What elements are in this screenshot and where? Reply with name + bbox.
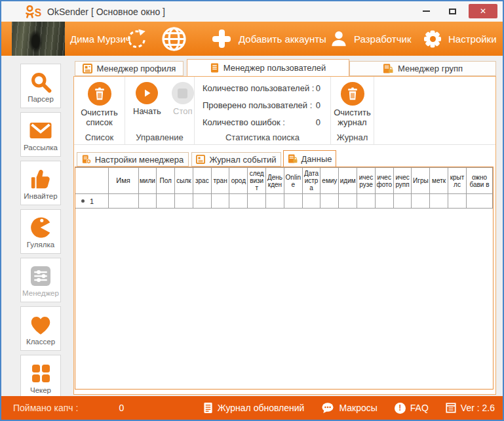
- column-header[interactable]: Игры: [412, 168, 430, 194]
- grid-cell[interactable]: [339, 194, 357, 209]
- grid-cell[interactable]: [211, 194, 229, 209]
- maximize-button[interactable]: [442, 4, 462, 18]
- captcha-count-value: 0: [119, 403, 124, 413]
- sidebar-item-walker[interactable]: Гулялка: [20, 209, 61, 254]
- column-header[interactable]: метк: [430, 168, 448, 194]
- column-header[interactable]: идим: [339, 168, 357, 194]
- close-button[interactable]: ✕: [469, 4, 497, 18]
- grid-cell[interactable]: [412, 194, 430, 209]
- column-header[interactable]: тран: [211, 168, 229, 194]
- updates-journal-link[interactable]: Журнал обновлений: [203, 402, 305, 414]
- grid-cell[interactable]: [193, 194, 211, 209]
- clear-journal-label: Очистить журнал: [331, 108, 374, 127]
- app-window: S OkSender [ Основное окно ] ✕ Дима Мурз…: [0, 0, 504, 421]
- row-number: 1: [90, 197, 94, 205]
- subtab-manager-settings[interactable]: Настройки менеджера: [77, 152, 189, 167]
- sidebar-item-inviter[interactable]: Инвайтер: [20, 161, 61, 205]
- column-header[interactable]: ичес фото: [375, 168, 393, 194]
- row-header[interactable]: 1: [75, 194, 108, 209]
- column-header[interactable]: ород: [229, 168, 248, 194]
- grid-cell[interactable]: [357, 194, 376, 209]
- sidebar-item-mailer[interactable]: Рассылка: [20, 112, 61, 157]
- column-header[interactable]: Online: [284, 168, 302, 194]
- column-header[interactable]: емиу: [320, 168, 339, 194]
- refresh-button[interactable]: [125, 22, 149, 56]
- gear-icon: [422, 28, 443, 49]
- column-header[interactable]: ичес рузе: [357, 168, 376, 194]
- grid-corner: [75, 168, 108, 194]
- stat-value: 0: [316, 83, 320, 93]
- tab-users-manager[interactable]: Менеджер пользователей: [187, 59, 349, 76]
- column-header[interactable]: ичес рупп: [393, 168, 412, 194]
- svg-text:S: S: [35, 7, 42, 18]
- grid-cell[interactable]: [175, 194, 193, 209]
- tab-profile-manager[interactable]: Менеджер профиля: [75, 61, 184, 76]
- grid-cell[interactable]: [138, 194, 157, 209]
- subtab-data[interactable]: Данные: [283, 150, 336, 167]
- tab-groups-manager[interactable]: Менеджер групп: [349, 61, 496, 76]
- grid-cell[interactable]: [229, 194, 248, 209]
- column-header[interactable]: сылк: [175, 168, 193, 194]
- start-button[interactable]: Начать: [133, 82, 161, 116]
- heart-icon: [29, 311, 52, 338]
- grid-cell[interactable]: [320, 194, 339, 209]
- sidebar-item-parser[interactable]: Парсер: [20, 64, 61, 108]
- sidebar-item-klasser[interactable]: Классер: [20, 306, 61, 351]
- column-header[interactable]: День кден: [266, 168, 284, 194]
- add-accounts-button[interactable]: Добавить аккаунты: [210, 22, 326, 56]
- row-marker-icon: [81, 199, 85, 203]
- sidebar-item-checker[interactable]: Чекер: [20, 355, 61, 397]
- avatar[interactable]: [12, 22, 65, 56]
- column-header[interactable]: мили: [138, 168, 157, 194]
- sidebar-item-manager[interactable]: Менеджер: [20, 258, 61, 302]
- column-header[interactable]: след визит: [248, 168, 266, 194]
- checker-dots-icon: [32, 360, 50, 386]
- stat-row: Проверено пользователей : 0: [203, 100, 320, 110]
- refresh-icon: [125, 27, 149, 51]
- subtab-event-journal[interactable]: Журнал событий: [191, 152, 281, 167]
- faq-link[interactable]: ! FAQ: [395, 403, 429, 414]
- grid-cell[interactable]: [157, 194, 175, 209]
- clear-list-button[interactable]: Очистить список: [74, 82, 125, 127]
- grid-cell[interactable]: [393, 194, 412, 209]
- stat-value: 0: [316, 117, 320, 127]
- grid-cell[interactable]: [284, 194, 302, 209]
- users-data-grid: ИмямилиПолсылкзрастранородслед визитДень…: [75, 167, 494, 390]
- grid-cell[interactable]: [302, 194, 320, 209]
- title-bar[interactable]: S OkSender [ Основное окно ] ✕: [1, 1, 503, 22]
- main-content: Менеджер профиля Менеджер пользователей: [72, 59, 497, 397]
- grid-cell[interactable]: [248, 194, 266, 209]
- oksender-logo-icon: S: [25, 4, 42, 20]
- group-label-journal: Журнал: [331, 132, 374, 142]
- version-window-icon: [446, 403, 456, 413]
- column-header[interactable]: Пол: [157, 168, 175, 194]
- grid-cell[interactable]: [375, 194, 393, 209]
- grid-cell[interactable]: [448, 194, 467, 209]
- person-icon: [329, 29, 349, 49]
- start-label: Начать: [133, 106, 161, 116]
- grid-cell[interactable]: [430, 194, 448, 209]
- stat-label: Количество пользователей :: [203, 83, 314, 93]
- clear-journal-button[interactable]: Очистить журнал: [331, 82, 374, 127]
- globe-icon: [161, 26, 187, 52]
- settings-button[interactable]: Настройки: [422, 22, 497, 56]
- column-header[interactable]: ожно бави в: [467, 168, 493, 194]
- version-info[interactable]: Ver : 2.6: [446, 403, 495, 413]
- macros-link[interactable]: Макросы: [321, 402, 377, 414]
- column-header[interactable]: крыт лс: [448, 168, 467, 194]
- captcha-count-label: Поймано капч :: [13, 403, 78, 413]
- proxy-button[interactable]: [161, 22, 187, 56]
- trash-icon: [341, 82, 364, 106]
- account-name: Дима Мурзич: [70, 22, 131, 56]
- grid-cell[interactable]: [467, 194, 493, 209]
- developer-button[interactable]: Разработчик: [329, 22, 411, 56]
- grid-cell[interactable]: [266, 194, 284, 209]
- account-toolbar: Дима Мурзич Добавить аккаунты: [1, 22, 503, 56]
- column-header[interactable]: Дата истра: [302, 168, 320, 194]
- column-header[interactable]: Имя: [108, 168, 138, 194]
- column-header[interactable]: зрас: [193, 168, 211, 194]
- pacman-icon: [29, 214, 52, 241]
- grid-cell[interactable]: [108, 194, 138, 209]
- stop-button[interactable]: Стоп: [172, 82, 194, 116]
- minimize-button[interactable]: [416, 4, 436, 18]
